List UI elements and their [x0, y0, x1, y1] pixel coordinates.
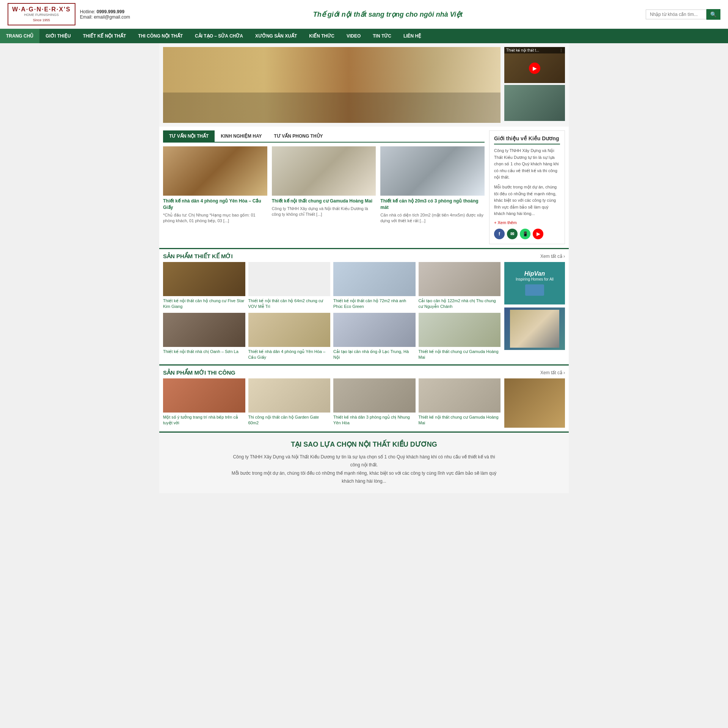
hipvan-title: HipVan [524, 270, 545, 277]
whatsapp-icon[interactable]: 📱 [520, 229, 530, 239]
tc-product-card-1[interactable]: Một số ý tưởng trang trí nhà bếp trên cả… [163, 378, 245, 428]
article-card-3[interactable]: Thiết kế căn hộ 20m3 có 3 phòng ngủ thoá… [380, 146, 485, 224]
article-card-2[interactable]: Thiết kế nội thất chung cư Gamuda Hoàng … [272, 146, 376, 224]
why-text-1: Công ty TNHH Xây Dựng và Nội Thất Kiều D… [231, 453, 497, 469]
product-card-2[interactable]: Thiết kế nội thất căn hộ 64m2 chung cư V… [248, 262, 331, 310]
about-text-2: Mỗi bước trong một dự án, chúng tôi đều … [494, 184, 560, 217]
article-card-1[interactable]: Thiết kế nhà dân 4 phòng ngủ Yên Hòa – C… [163, 146, 267, 224]
tc-product-title-3: Thiết kế nhà dân 3 phòng ngủ chị Nhung Y… [333, 414, 416, 426]
nav-item-kienthuc[interactable]: KIẾN THỨC [303, 29, 340, 43]
search-input[interactable] [646, 9, 706, 19]
product-title-1: Thiết kế nội thất căn hộ chung cư Five S… [163, 298, 245, 310]
nav-item-caitao[interactable]: CẢI TẠO – SỬA CHỮA [189, 29, 249, 43]
email-line: Email: email@gmail.com [80, 14, 130, 20]
thietke-section-header: SẢN PHẨM THIẾT KẾ MỚI Xem tất cả [159, 248, 569, 262]
main-nav: TRANG CHỦ GIỚI THIỆU THIẾT KẾ NỘI THẤT T… [0, 29, 728, 43]
tc-product-title-1: Một số ý tưởng trang trí nhà bếp trên cả… [163, 414, 245, 426]
play-button[interactable]: ▶ [529, 63, 540, 74]
thietke-grid: Thiết kế nội thất căn hộ chung cư Five S… [163, 262, 500, 361]
logo[interactable]: W·A·G·N·E·R·X'S HOME FURNISHINGS Since 1… [8, 3, 75, 25]
tabs-main-col: TƯ VẤN NỘI THẤT KINH NGHIỆM HAY TƯ VẤN P… [163, 130, 485, 244]
about-see-more[interactable]: + Xem thêm [494, 220, 560, 225]
product-img-1 [163, 262, 245, 296]
hero-main-image [163, 47, 500, 123]
about-box: Giới thiệu về Kiều Dương Công ty TNHH Xâ… [489, 130, 565, 244]
product-title-5: Thiết kế nội thất nhà chị Oanh – Sơn La [163, 349, 245, 355]
product-card-4[interactable]: Cải tạo căn hộ 122m2 nhà chị Thu chung c… [419, 262, 501, 310]
product-img-3 [333, 262, 416, 296]
articles-grid: Thiết kế nhà dân 4 phòng ngủ Yên Hòa – C… [163, 146, 485, 224]
product-title-6: Thiết kế nhà dân 4 phòng ngủ Yên Hòa – C… [248, 349, 331, 361]
article-img-1 [163, 146, 267, 196]
logo-subtitle: HOME FURNISHINGS [12, 13, 71, 17]
product-card-6[interactable]: Thiết kế nhà dân 4 phòng ngủ Yên Hòa – C… [248, 313, 331, 361]
product-title-4: Cải tạo căn hộ 122m2 nhà chị Thu chung c… [419, 298, 501, 310]
hero-side-image-1[interactable] [504, 85, 565, 121]
tc-product-img-1 [163, 378, 245, 413]
facebook-icon[interactable]: f [494, 229, 505, 239]
thicong-grid: Một số ý tưởng trang trí nhà bếp trên cả… [163, 378, 500, 428]
nav-item-thicongnoithat[interactable]: THI CÔNG NỘI THẤT [132, 29, 189, 43]
thietke-products-layout: Thiết kế nội thất căn hộ chung cư Five S… [159, 262, 569, 364]
site-tagline: Thế giới nội thất sang trọng cho ngôi nh… [130, 10, 646, 19]
youtube-icon[interactable]: ▶ [533, 229, 543, 239]
product-img-6 [248, 313, 331, 347]
hotline-line: Hotline: 0999.999.999 [80, 9, 130, 14]
product-card-3[interactable]: Thiết kế nội thất căn hộ 72m2 nhà anh Ph… [333, 262, 416, 310]
side-ad-2[interactable] [504, 308, 565, 350]
product-card-1[interactable]: Thiết kế nội thất căn hộ chung cư Five S… [163, 262, 245, 310]
tc-product-card-4[interactable]: Thiết kế nội thất chung cư Gamuda Hoàng … [419, 378, 501, 428]
article-title-3: Thiết kế căn hộ 20m3 có 3 phòng ngủ thoá… [380, 198, 485, 211]
product-title-2: Thiết kế nội thất căn hộ 64m2 chung cư V… [248, 298, 331, 310]
tc-product-card-2[interactable]: Thi công nội thất căn hộ Garden Gate 60m… [248, 378, 331, 428]
hero-video-thumb[interactable]: Thiết kế nội thất t... ⋮ ▶ [504, 47, 565, 83]
video-title-bar: Thiết kế nội thất t... ⋮ [504, 47, 565, 53]
video-play-area[interactable]: ▶ [504, 53, 565, 83]
product-img-5 [163, 313, 245, 347]
article-desc-3: Căn nhà có diện tích 20m2 (mặt tiền 4mx5… [380, 212, 485, 224]
thicong-see-all[interactable]: Xem tất cả [540, 370, 565, 375]
nav-item-thietkenoithat[interactable]: THIẾT KẾ NỘI THẤT [77, 29, 132, 43]
logo-since: Since 1955 [33, 18, 50, 22]
nav-item-trangchu[interactable]: TRANG CHỦ [0, 29, 39, 43]
nav-item-xuongsanxuat[interactable]: XƯỞNG SẢN XUẤT [249, 29, 303, 43]
tab-tuvanphongthuy[interactable]: TƯ VẤN PHONG THỦY [268, 130, 329, 142]
logo-text: W·A·G·N·E·R·X'S [12, 6, 71, 13]
search-box: 🔍 [646, 9, 720, 20]
tc-product-card-3[interactable]: Thiết kế nhà dân 3 phòng ngủ chị Nhung Y… [333, 378, 416, 428]
logo-area: W·A·G·N·E·R·X'S HOME FURNISHINGS Since 1… [8, 3, 130, 25]
tab-tuvannoithat[interactable]: TƯ VẤN NỘI THẤT [163, 130, 215, 142]
why-section: TẠI SAO LỰA CHỌN NỘI THẤT KIỀU DƯƠNG Côn… [159, 431, 569, 493]
tc-product-img-2 [248, 378, 331, 413]
hipvan-ad[interactable]: HipVan Inspiring Homes for All [504, 262, 565, 304]
product-card-5[interactable]: Thiết kế nội thất nhà chị Oanh – Sơn La [163, 313, 245, 361]
about-title: Giới thiệu về Kiều Dương [494, 135, 560, 144]
article-title-2: Thiết kế nội thất chung cư Gamuda Hoàng … [272, 198, 376, 204]
nav-item-video[interactable]: VIDEO [340, 29, 367, 43]
social-icons: f ✉ 📱 ▶ [494, 229, 560, 239]
product-img-8 [419, 313, 501, 347]
search-button[interactable]: 🔍 [706, 9, 720, 20]
product-title-8: Thiết kế nội thất chung cư Gamuda Hoàng … [419, 349, 501, 361]
thietke-section-title: SẢN PHẨM THIẾT KẾ MỚI [163, 253, 233, 260]
tabs-header: TƯ VẤN NỘI THẤT KINH NGHIỆM HAY TƯ VẤN P… [163, 130, 485, 143]
tab-kinhnghiemhay[interactable]: KINH NGHIỆM HAY [215, 130, 268, 142]
tabs-about-section: TƯ VẤN NỘI THẤT KINH NGHIỆM HAY TƯ VẤN P… [159, 127, 569, 248]
nav-item-tintuc[interactable]: TIN TỨC [367, 29, 397, 43]
nav-item-gioithieu[interactable]: GIỚI THIỆU [39, 29, 77, 43]
tc-product-img-4 [419, 378, 501, 413]
article-desc-2: Công ty TNHH Xây dựng và Nội thất Kiều D… [272, 206, 376, 218]
thicong-products-layout: Một số ý tưởng trang trí nhà bếp trên cả… [159, 378, 569, 431]
thietke-see-all[interactable]: Xem tất cả [540, 254, 565, 259]
why-text-2: Mỗi bước trong một dự án, chúng tôi đều … [231, 469, 497, 486]
nav-item-lienhe[interactable]: LIÊN HỆ [397, 29, 427, 43]
hero-slider[interactable] [163, 47, 500, 123]
email-icon[interactable]: ✉ [507, 229, 518, 239]
about-text-1: Công ty TNHH Xây Dựng và Nội Thất Kiều D… [494, 147, 560, 181]
product-card-7[interactable]: Cải tạo lại căn nhà ống ở Lạc Trung, Hà … [333, 313, 416, 361]
article-title-1: Thiết kế nhà dân 4 phòng ngủ Yên Hòa – C… [163, 198, 267, 211]
product-card-8[interactable]: Thiết kế nội thất chung cư Gamuda Hoàng … [419, 313, 501, 361]
products-side-ads: HipVan Inspiring Homes for All [504, 262, 565, 361]
product-title-3: Thiết kế nội thất căn hộ 72m2 nhà anh Ph… [333, 298, 416, 310]
article-img-2 [272, 146, 376, 196]
